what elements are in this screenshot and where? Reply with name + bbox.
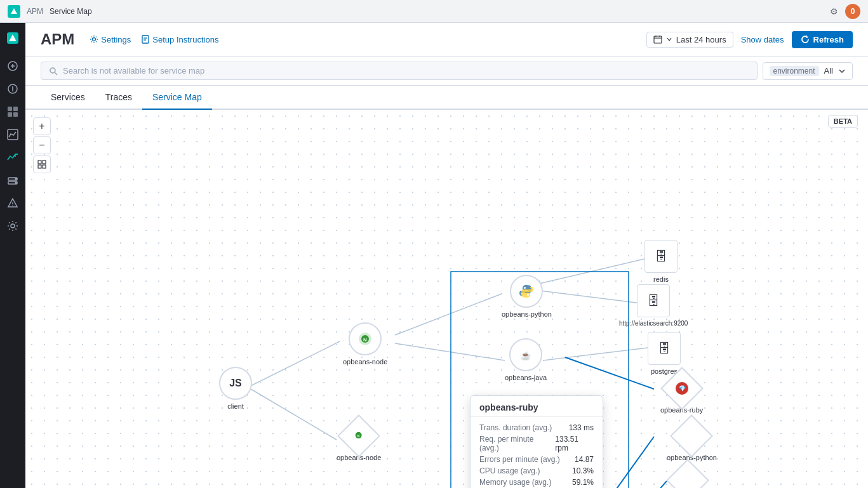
svg-point-18 [15, 182, 17, 183]
zoom-fit-button[interactable] [33, 155, 51, 173]
redis-db-icon: 🗄 [655, 249, 667, 264]
refresh-button[interactable]: Refresh [792, 31, 853, 48]
client-node-icon: JS [219, 367, 252, 400]
opbeans-node-2-diamond: N [337, 414, 380, 458]
elasticsearch-icon-wrapper: 🗄 [637, 284, 670, 317]
svg-rect-35 [43, 165, 46, 168]
popup-stat-label-1: Req. per minute (avg.) [479, 435, 555, 452]
opbeans-java-icon: ☕ [509, 338, 542, 371]
popup-stat-label-0: Trans. duration (avg.) [479, 423, 552, 432]
opbeans-node-1-icon: N [349, 322, 382, 355]
sidebar-item-visualize[interactable] [3, 124, 23, 145]
tab-services[interactable]: Services [41, 86, 95, 110]
app-favicon [8, 5, 20, 18]
popup-stat-label-3: CPU usage (avg.) [479, 466, 540, 475]
postgres-icon-wrapper: 🗄 [648, 332, 681, 365]
time-range-picker[interactable]: Last 24 hours [646, 32, 733, 48]
popup-stat-value-3: 10.3% [572, 466, 594, 475]
node-opbeans-node-1[interactable]: N opbeans-node [343, 322, 387, 366]
svg-point-21 [11, 224, 15, 228]
svg-rect-33 [43, 161, 46, 164]
tab-traces[interactable]: Traces [95, 86, 142, 110]
node-opbeans-java-right[interactable]: opbeans-java [667, 465, 709, 488]
elasticsearch-label: http://elasticsearch:9200 [619, 320, 688, 327]
svg-rect-8 [8, 107, 12, 111]
refresh-label: Refresh [813, 35, 844, 44]
node-opbeans-python[interactable]: opbeans-python [502, 275, 552, 318]
python-icon [517, 282, 535, 300]
show-dates-link[interactable]: Show dates [741, 35, 784, 44]
redis-label: redis [653, 275, 669, 283]
settings-cog-icon[interactable]: ⚙ [827, 5, 840, 18]
sidebar-item-alerts[interactable] [3, 193, 23, 213]
popup-stat-4: Memory usage (avg.) 59.1% [479, 477, 594, 488]
tab-service-map[interactable]: Service Map [142, 86, 212, 110]
settings-link[interactable]: Settings [90, 35, 131, 44]
env-value: All [824, 66, 833, 76]
settings-label: Settings [101, 35, 131, 44]
ruby-right-inner: 💎 [676, 382, 688, 395]
popup-stat-value-4: 59.1% [572, 478, 594, 487]
opbeans-node-2-inner: N [354, 430, 364, 442]
node-postgres[interactable]: 🗄 postgres [648, 332, 681, 375]
sidebar [0, 23, 25, 488]
java-icon: ☕ [517, 346, 535, 364]
node-client[interactable]: JS client [219, 367, 252, 410]
env-filter[interactable]: environment All [763, 62, 853, 80]
popup-stat-label-4: Memory usage (avg.) [479, 478, 551, 487]
ruby-right-dot: 💎 [678, 385, 685, 392]
svg-rect-10 [8, 112, 12, 117]
svg-text:☕: ☕ [521, 350, 531, 361]
js-icon: JS [229, 378, 242, 389]
node-redis[interactable]: 🗄 redis [644, 240, 678, 283]
page-title: APM [41, 30, 74, 48]
popup-stat-value-2: 14.87 [575, 455, 594, 464]
svg-point-17 [15, 178, 17, 180]
postgres-db-icon: 🗄 [658, 341, 671, 356]
node-opbeans-node-2[interactable]: N opbeans-node [337, 421, 381, 461]
page-header: APM Settings Setup Instructions Last 24 … [25, 23, 868, 56]
svg-rect-23 [142, 36, 149, 43]
node-opbeans-python-right[interactable]: opbeans-python [667, 421, 717, 461]
popup-stat-label-2: Errors per minute (avg.) [479, 455, 560, 464]
redis-icon-wrapper: 🗄 [644, 240, 678, 273]
sidebar-item-settings[interactable] [3, 216, 23, 236]
svg-point-22 [93, 38, 96, 41]
node-icon: N [356, 330, 374, 348]
sidebar-item-infrastructure[interactable] [3, 170, 23, 190]
sidebar-item-discover[interactable] [3, 79, 23, 99]
node-opbeans-java[interactable]: ☕ opbeans-java [505, 338, 547, 381]
zoom-in-button[interactable]: + [33, 117, 51, 135]
search-placeholder: Search is not available for service map [63, 66, 204, 76]
sidebar-item-apm[interactable] [3, 147, 23, 168]
setup-instructions-link[interactable]: Setup Instructions [141, 35, 218, 44]
svg-marker-0 [11, 8, 17, 14]
sidebar-logo[interactable] [3, 28, 23, 48]
search-row: Search is not available for service map … [25, 56, 868, 86]
popup-stat-1: Req. per minute (avg.) 133.51 rpm [479, 433, 594, 454]
svg-rect-11 [13, 112, 18, 117]
user-avatar[interactable]: 0 [845, 4, 860, 19]
env-chevron-icon [838, 67, 846, 75]
map-background [25, 110, 868, 488]
popup-stat-value-0: 133 ms [569, 423, 594, 432]
popup-stat-0: Trans. duration (avg.) 133 ms [479, 422, 594, 433]
sidebar-item-dashboard[interactable] [3, 102, 23, 122]
opbeans-node-1-label: opbeans-node [343, 358, 387, 366]
tabs-row: Services Traces Service Map [25, 86, 868, 110]
svg-rect-34 [38, 165, 41, 168]
node-elasticsearch[interactable]: 🗄 http://elasticsearch:9200 [619, 284, 688, 327]
browser-tab-title: Service Map [50, 7, 92, 16]
time-range-text: Last 24 hours [676, 35, 726, 44]
search-icon [49, 67, 58, 76]
svg-point-20 [12, 205, 13, 206]
sidebar-item-home[interactable] [3, 56, 23, 76]
svg-rect-26 [654, 36, 662, 43]
client-node-label: client [227, 402, 244, 410]
zoom-out-button[interactable]: − [33, 136, 51, 154]
svg-line-31 [55, 72, 58, 75]
zoom-controls: + − [33, 117, 51, 173]
node-opbeans-ruby-right[interactable]: 💎 opbeans-ruby [660, 373, 703, 414]
beta-badge: BETA [828, 115, 858, 128]
popup-stat-value-1: 133.51 rpm [555, 435, 594, 452]
